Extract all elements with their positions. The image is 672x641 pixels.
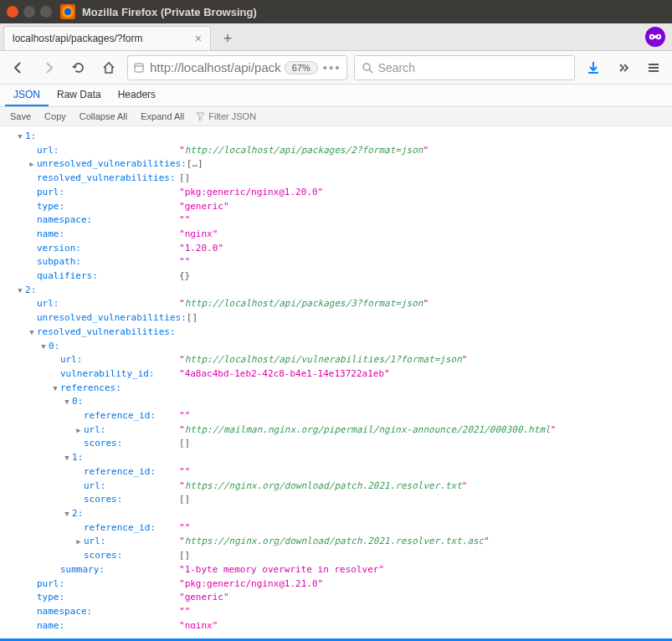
json-key[interactable]: summary: [60,563,105,577]
toggle-icon[interactable]: ▼ [62,507,72,521]
json-key[interactable]: type: [37,591,64,605]
json-value: pkg:generic/nginx@1.21.0 [185,578,318,589]
json-key[interactable]: reference_id: [84,409,156,423]
json-key[interactable]: url: [37,144,59,158]
json-value[interactable]: https://nginx.org/download/patch.2021.re… [185,536,485,546]
search-placeholder: Search [378,61,415,74]
svg-point-5 [651,36,653,38]
downloads-button[interactable] [582,56,605,79]
filter-input[interactable] [208,111,667,121]
save-button[interactable]: Save [5,110,36,123]
window-controls [7,6,52,18]
toggle-icon[interactable]: ▶ [27,157,37,172]
json-key[interactable]: 1 [25,130,31,144]
json-key[interactable]: purl: [37,186,64,200]
json-value[interactable]: http://mailman.nginx.org/pipermail/nginx… [185,424,551,435]
minimize-window-button[interactable] [23,6,35,18]
json-key[interactable]: resolved_vulnerabilities: [37,326,176,340]
page-actions-icon[interactable]: ••• [323,60,341,74]
json-view-tabs: JSON Raw Data Headers [0,85,672,107]
page-info-icon[interactable] [133,62,145,74]
tab-headers[interactable]: Headers [110,85,164,106]
overflow-button[interactable] [612,56,635,79]
json-value: [] [179,549,190,563]
json-key[interactable]: url: [37,297,59,311]
json-value: nginx [185,620,213,628]
svg-rect-7 [135,64,143,72]
json-key[interactable]: name: [37,619,64,628]
toggle-icon[interactable]: ▼ [15,130,25,144]
json-value: [] [179,493,190,507]
json-value[interactable]: http://localhost/api/packages/2?format=j… [185,145,423,156]
json-key[interactable]: version: [37,242,81,256]
reload-button[interactable] [67,56,90,79]
json-value: [] [179,172,190,186]
json-value: 4a8ac4bd-1eb2-42c8-b4e1-14e13722a1eb [185,368,384,379]
maximize-window-button[interactable] [40,6,52,18]
json-key[interactable]: reference_id: [84,521,156,536]
tab-title: localhost/api/packages/?form [13,33,190,44]
json-key[interactable]: url: [84,535,106,549]
json-key[interactable]: 2 [72,507,78,521]
json-value[interactable]: http://localhost/api/packages/3?format=j… [185,298,423,309]
close-tab-icon[interactable]: × [195,32,202,45]
forward-button[interactable] [37,56,60,79]
toggle-icon[interactable]: ▼ [50,382,60,396]
toggle-icon[interactable]: ▼ [38,340,49,354]
json-value: {} [179,269,190,284]
json-key[interactable]: url: [60,353,83,367]
json-key[interactable]: qualifiers: [37,269,98,284]
json-key[interactable]: unresolved_vulnerabilities: [37,311,187,326]
json-key[interactable]: url: [84,479,106,494]
toggle-icon[interactable]: ▶ [74,423,84,438]
json-value: pkg:generic/nginx@1.20.0 [185,187,318,197]
svg-point-6 [658,36,659,38]
menu-button[interactable] [642,56,665,79]
json-key[interactable]: 1 [72,451,78,465]
toggle-icon[interactable]: ▼ [62,451,72,465]
json-key[interactable]: name: [37,228,64,242]
tab-bar: localhost/api/packages/?form × + [0,23,672,51]
url-bar[interactable]: http://localhost/api/pack 67% ••• [127,55,347,80]
json-value[interactable]: http://localhost/api/vulnerabilities/1?f… [185,354,462,365]
toggle-icon[interactable]: ▼ [62,395,72,409]
json-key[interactable]: scores: [84,493,122,507]
expand-all-button[interactable]: Expand All [136,110,189,123]
json-key[interactable]: url: [84,423,106,438]
json-key[interactable]: resolved_vulnerabilities: [37,172,176,186]
json-key[interactable]: purl: [37,577,64,592]
json-key[interactable]: scores: [84,437,122,451]
zoom-badge[interactable]: 67% [285,61,318,74]
toggle-icon[interactable]: ▼ [27,326,37,340]
json-tree: ▼1: url:"http://localhost/api/packages/2… [0,126,672,628]
json-key[interactable]: scores: [84,549,122,563]
navigation-toolbar: http://localhost/api/pack 67% ••• Search [0,51,672,85]
search-box[interactable]: Search [354,55,575,80]
json-key[interactable]: namespace: [37,213,92,228]
json-key[interactable]: type: [37,200,64,214]
tab-rawdata[interactable]: Raw Data [49,85,110,106]
json-key[interactable]: references: [60,382,121,396]
new-tab-button[interactable]: + [216,27,239,50]
toggle-icon[interactable]: ▼ [15,284,25,298]
json-key[interactable]: reference_id: [84,465,156,479]
close-window-button[interactable] [7,6,18,18]
tab-json[interactable]: JSON [5,85,49,106]
json-key[interactable]: namespace: [37,605,92,619]
json-key[interactable]: vulnerability_id: [60,367,155,382]
json-key[interactable]: 0 [72,395,78,409]
json-key[interactable]: subpath: [37,255,81,269]
json-key[interactable]: 0 [49,340,54,354]
svg-point-9 [363,64,370,70]
json-key[interactable]: 2 [25,284,31,298]
browser-tab[interactable]: localhost/api/packages/?form × [3,26,211,50]
toggle-icon[interactable]: ▶ [74,535,84,549]
window-titlebar: Mozilla Firefox (Private Browsing) [0,0,672,23]
json-value[interactable]: https://nginx.org/download/patch.2021.re… [185,480,462,491]
back-button[interactable] [7,56,30,79]
collapse-all-button[interactable]: Collapse All [74,110,132,123]
json-value: 1-byte memory overwrite in resolver [185,564,379,575]
home-button[interactable] [97,56,121,79]
json-key[interactable]: unresolved_vulnerabilities: [37,157,187,172]
copy-button[interactable]: Copy [39,110,71,123]
